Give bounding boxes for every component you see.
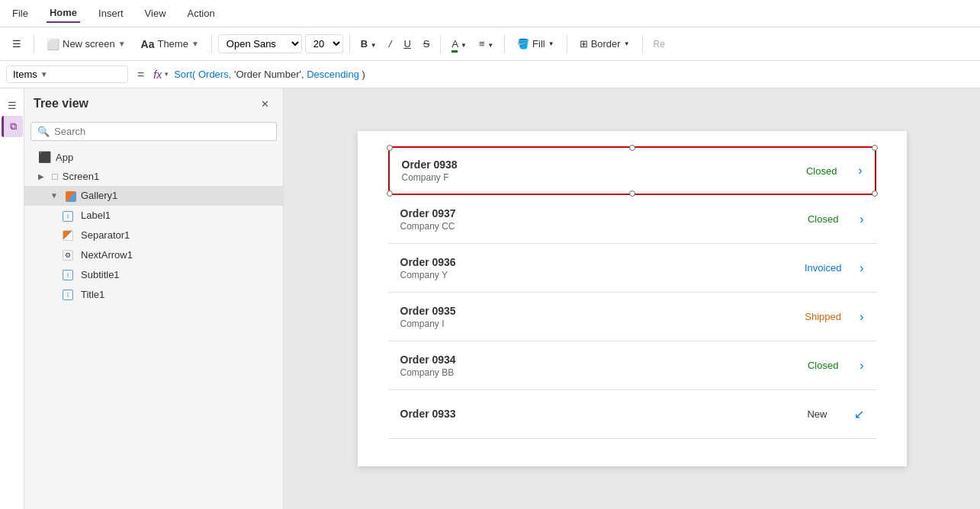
toolbar-sep-6 [567,35,567,53]
gallery-item-0933-arrow[interactable]: ↙ [854,407,864,421]
menu-insert[interactable]: Insert [95,5,127,22]
gallery-item-0936-title: Order 0936 [400,256,793,268]
separator1-icon [63,229,73,242]
italic-button[interactable]: / [384,35,397,53]
fill-button[interactable]: 🪣 Fill ▼ [511,35,561,53]
font-family-select[interactable]: Open Sans [218,34,302,53]
menu-home[interactable]: Home [47,4,80,23]
formula-property-label: Items [13,69,37,80]
formula-content[interactable]: Sort( Orders, 'Order Number', Descending… [174,69,974,80]
menu-file[interactable]: File [9,5,31,22]
tree-item-gallery1[interactable]: ▼ Gallery1 [24,186,283,206]
gallery-item-0936-status: Invoiced [792,262,853,274]
gallery-item-0936-subtitle: Company Y [400,270,793,280]
tree-item-separator1[interactable]: Separator1 [24,226,283,245]
menu-view[interactable]: View [142,5,169,22]
new-screen-button[interactable]: ⬜ New screen ▼ [40,35,132,53]
tree-item-screen1-label: Screen1 [63,171,99,182]
tree-item-screen1[interactable]: ▶ □ Screen1 [24,167,283,186]
search-input[interactable] [54,126,270,137]
gallery-item-0937-arrow[interactable]: › [860,213,863,226]
text-color-chevron-icon: ▼ [461,42,467,49]
screen1-expand-icon: ▶ [38,172,44,181]
bold-chevron-icon: ▼ [371,42,377,49]
theme-label: Theme [157,38,188,50]
app-icon: ⬛ [38,151,51,163]
gallery1-expand-icon: ▼ [50,191,58,200]
gallery-icon [66,190,76,202]
hamburger-icon: ☰ [12,38,21,50]
tree-items: ⬛ App ▶ □ Screen1 ▼ Gallery1 [24,147,283,509]
gallery-item-order0938[interactable]: Order 0938 Company F Closed › [388,146,876,195]
handle-top-left[interactable] [387,145,393,151]
nextarrow1-icon: ⚙ [63,248,73,261]
tree-header: Tree view ✕ [24,88,283,119]
tree-item-subtitle1[interactable]: I Subtitle1 [24,264,283,284]
text-align-icon: ≡ [479,38,485,50]
gallery-item-order0937[interactable]: Order 0937 Company CC Closed › [388,195,876,244]
tree-item-label1[interactable]: I Label1 [24,206,283,226]
strikethrough-button[interactable]: S [419,35,435,53]
gallery-item-0934-arrow[interactable]: › [860,359,863,373]
gallery-item-order0936[interactable]: Order 0936 Company Y Invoiced › [388,244,876,293]
border-button[interactable]: ⊞ Border ▼ [574,35,636,53]
gallery-item-0936-content: Order 0936 Company Y [400,256,793,280]
tree-item-app-label: App [56,152,73,163]
tree-item-title1-label: Title1 [81,289,104,300]
theme-icon: Aa [141,38,155,50]
gallery-container: Order 0938 Company F Closed › Order 0937… [358,146,907,466]
handle-top-right[interactable] [872,145,878,151]
tree-search-box[interactable]: 🔍 [31,122,277,141]
bold-button[interactable]: B ▼ [356,35,381,53]
hamburger-menu-button[interactable]: ☰ [6,35,27,53]
formula-text: Sort( Orders, 'Order Number', Descending… [174,69,365,80]
left-icon-bar: ☰ ⧉ [0,88,24,509]
toolbar-sep-2 [211,35,212,53]
gallery-item-0933-title: Order 0933 [400,408,787,420]
search-icon: 🔍 [37,126,50,137]
theme-button[interactable]: Aa Theme ▼ [135,35,205,53]
app-canvas: Order 0938 Company F Closed › Order 0937… [358,131,907,466]
formula-fx-indicator: fx ▼ [153,69,169,81]
tree-item-gallery1-label: Gallery1 [81,190,117,201]
gallery-item-0938-arrow[interactable]: › [858,164,862,178]
underline-button[interactable]: U [399,35,415,53]
tree-item-app[interactable]: ⬛ App [24,147,283,167]
formula-property-dropdown[interactable]: Items ▼ [6,66,128,83]
handle-top-center[interactable] [629,145,635,151]
screen-icon: □ [52,171,58,182]
hamburger-sidebar-button[interactable]: ☰ [2,94,23,116]
tree-item-nextarrow1-label: NextArrow1 [81,249,133,261]
gallery-item-0937-subtitle: Company CC [400,221,793,232]
text-align-button[interactable]: ≡ ▼ [474,35,498,53]
tree-close-button[interactable]: ✕ [255,94,274,113]
fill-chevron-icon: ▼ [548,40,554,47]
fx-chevron-icon: ▼ [163,71,169,78]
gallery-item-0935-title: Order 0935 [400,305,793,317]
border-icon: ⊞ [580,38,588,50]
gallery-item-order0935[interactable]: Order 0935 Company I Shipped › [388,293,876,341]
menu-action[interactable]: Action [185,5,218,22]
gallery-item-0938-title: Order 0938 [402,158,792,171]
gallery-item-0935-status: Shipped [792,311,853,322]
reorder-button[interactable]: Re [649,35,670,53]
main-layout: ☰ ⧉ Tree view ✕ 🔍 ⬛ App [0,88,980,509]
gallery-item-0933-status: New [787,408,848,420]
tree-item-nextarrow1[interactable]: ⚙ NextArrow1 [24,245,283,264]
toolbar-sep-7 [642,35,643,53]
underline-icon: U [403,38,410,50]
font-size-select[interactable]: 20 [305,34,343,53]
tree-item-label1-label: Label1 [81,210,111,221]
fill-icon: 🪣 [517,38,529,50]
text-align-chevron-icon: ▼ [487,42,493,49]
text-color-button[interactable]: A ▼ [447,35,471,53]
tree-panel: Tree view ✕ 🔍 ⬛ App ▶ □ Screen1 [24,88,284,509]
gallery-item-order0933[interactable]: Order 0933 New ↙ [388,390,876,439]
gallery-item-0935-arrow[interactable]: › [860,310,863,324]
gallery-item-0936-arrow[interactable]: › [860,261,863,275]
layers-button[interactable]: ⧉ [2,116,23,137]
tree-item-title1[interactable]: I Title1 [24,284,283,304]
gallery-item-order0934[interactable]: Order 0934 Company BB Closed › [388,341,876,390]
gallery-item-0938-content: Order 0938 Company F [402,158,792,183]
toolbar-sep-4 [440,35,441,53]
